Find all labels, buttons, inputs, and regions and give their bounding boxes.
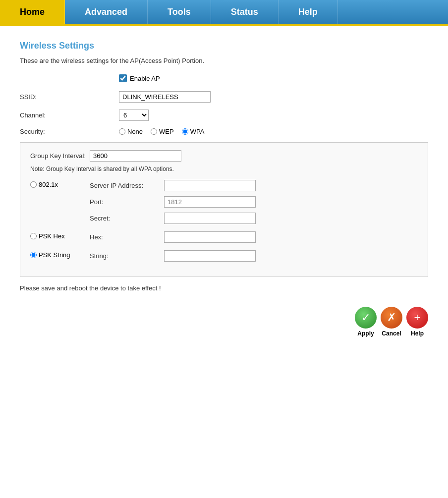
security-row: Security: None WEP WPA [20, 128, 428, 135]
wpa-8021x-option: 802.1x Server IP Address: Port: Secret: [30, 180, 418, 224]
channel-label: Channel: [20, 111, 119, 119]
wpa-8021x-radio[interactable] [30, 181, 37, 188]
security-wpa-label: WPA [190, 128, 205, 135]
enable-ap-checkbox[interactable] [119, 74, 127, 82]
server-ip-label: Server IP Address: [90, 182, 164, 189]
port-row: Port: [90, 196, 256, 208]
security-wep-option[interactable]: WEP [151, 128, 174, 135]
string-input[interactable] [164, 250, 256, 262]
group-key-row: Group Key Interval: [30, 150, 418, 162]
wpa-psk-hex-fields: Hex: [90, 231, 256, 243]
ssid-input[interactable] [119, 91, 211, 103]
apply-button-container[interactable]: ✓ Apply [355, 307, 377, 337]
cancel-button-container[interactable]: ✗ Cancel [381, 307, 402, 337]
hex-label: Hex: [90, 233, 164, 241]
ssid-row: SSID: [20, 91, 428, 103]
apply-label: Apply [357, 330, 374, 337]
wpa-8021x-label[interactable]: 802.1x [30, 180, 90, 188]
secret-input[interactable] [164, 213, 256, 224]
ssid-label: SSID: [20, 93, 119, 101]
wpa-8021x-fields: Server IP Address: Port: Secret: [90, 180, 256, 224]
save-note: Please save and reboot the device to tak… [20, 284, 428, 292]
wpa-psk-string-label[interactable]: PSK String [30, 250, 90, 259]
nav-help[interactable]: Help [279, 0, 338, 24]
security-wep-label: WEP [159, 128, 174, 135]
help-label: Help [411, 330, 424, 337]
nav-status[interactable]: Status [211, 0, 279, 24]
port-input[interactable] [164, 196, 256, 208]
nav-bar: Home Advanced Tools Status Help [0, 0, 448, 26]
wpa-psk-hex-option: PSK Hex Hex: [30, 231, 418, 243]
wpa-psk-hex-text: PSK Hex [39, 232, 65, 240]
security-label: Security: [20, 128, 119, 135]
security-none-label: None [127, 128, 143, 135]
string-row: String: [90, 250, 256, 262]
group-key-input[interactable] [90, 150, 181, 162]
security-wpa-radio[interactable] [182, 128, 188, 135]
security-wpa-option[interactable]: WPA [182, 128, 205, 135]
secret-row: Secret: [90, 213, 256, 224]
security-none-option[interactable]: None [119, 128, 143, 135]
wpa-psk-hex-label[interactable]: PSK Hex [30, 231, 90, 240]
help-button-container[interactable]: + Help [406, 307, 428, 337]
wpa-psk-string-option: PSK String String: [30, 250, 418, 262]
secret-label: Secret: [90, 215, 164, 222]
server-ip-input[interactable] [164, 180, 256, 191]
string-label: String: [90, 252, 164, 260]
wpa-psk-string-text: PSK String [39, 251, 70, 259]
channel-select[interactable]: 1 2 3 4 5 6 7 8 9 10 11 [119, 110, 149, 121]
enable-ap-row: Enable AP [119, 74, 428, 82]
wpa-note: Note: Group Key Interval is shared by al… [30, 166, 418, 172]
channel-row: Channel: 1 2 3 4 5 6 7 8 9 10 11 [20, 110, 428, 121]
enable-ap-label[interactable]: Enable AP [130, 75, 160, 82]
port-label: Port: [90, 198, 164, 206]
nav-advanced[interactable]: Advanced [65, 0, 148, 24]
security-wep-radio[interactable] [151, 128, 157, 135]
nav-home[interactable]: Home [0, 0, 65, 24]
apply-button[interactable]: ✓ [355, 307, 377, 329]
help-button[interactable]: + [406, 307, 428, 329]
nav-tools[interactable]: Tools [148, 0, 211, 24]
wpa-section: Group Key Interval: Note: Group Key Inte… [20, 142, 428, 277]
security-none-radio[interactable] [119, 128, 125, 135]
page-description: These are the wireless settings for the … [20, 57, 428, 64]
hex-row: Hex: [90, 231, 256, 243]
security-options: None WEP WPA [119, 128, 204, 135]
cancel-label: Cancel [382, 330, 401, 337]
wpa-psk-string-radio[interactable] [30, 252, 37, 258]
wpa-psk-hex-radio[interactable] [30, 233, 37, 239]
server-ip-row: Server IP Address: [90, 180, 256, 191]
page-title: Wireless Settings [20, 41, 428, 51]
action-buttons: ✓ Apply ✗ Cancel + Help [20, 307, 428, 337]
hex-input[interactable] [164, 231, 256, 243]
wpa-psk-string-fields: String: [90, 250, 256, 262]
content-area: Wireless Settings These are the wireless… [0, 26, 448, 352]
wpa-8021x-text: 802.1x [39, 181, 58, 188]
cancel-button[interactable]: ✗ [381, 307, 402, 329]
group-key-label: Group Key Interval: [30, 152, 86, 160]
